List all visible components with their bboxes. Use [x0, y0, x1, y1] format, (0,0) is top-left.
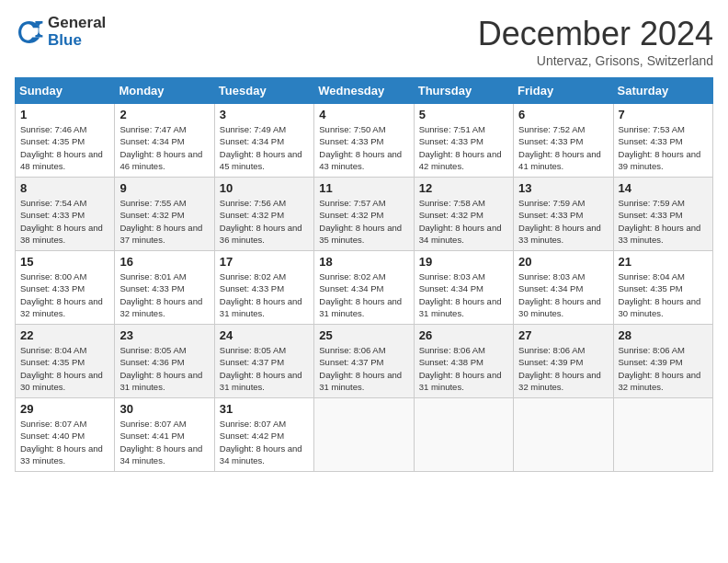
day-details: Sunrise: 8:02 AM Sunset: 4:33 PM Dayligh… [220, 270, 309, 319]
day-details: Sunrise: 8:06 AM Sunset: 4:39 PM Dayligh… [518, 344, 608, 393]
calendar-cell: 30 Sunrise: 8:07 AM Sunset: 4:41 PM Dayl… [115, 398, 214, 472]
day-number: 20 [518, 255, 608, 269]
day-details: Sunrise: 7:54 AM Sunset: 4:33 PM Dayligh… [20, 197, 109, 246]
calendar-cell: 5 Sunrise: 7:51 AM Sunset: 4:33 PM Dayli… [414, 104, 513, 178]
day-number: 18 [319, 255, 408, 269]
day-number: 22 [20, 328, 109, 342]
day-number: 2 [119, 108, 209, 121]
day-number: 4 [319, 108, 408, 121]
day-details: Sunrise: 8:06 AM Sunset: 4:37 PM Dayligh… [319, 344, 408, 393]
calendar-cell: 11 Sunrise: 7:57 AM Sunset: 4:32 PM Dayl… [314, 178, 414, 251]
calendar-cell: 12 Sunrise: 7:58 AM Sunset: 4:32 PM Dayl… [414, 178, 513, 251]
calendar-cell: 21 Sunrise: 8:04 AM Sunset: 4:35 PM Dayl… [613, 251, 712, 325]
day-header-wednesday: Wednesday [314, 78, 414, 104]
month-title: December 2024 [478, 15, 713, 53]
day-number: 3 [220, 108, 309, 121]
logo-icon [15, 17, 44, 47]
calendar-cell: 7 Sunrise: 7:53 AM Sunset: 4:33 PM Dayli… [613, 104, 712, 178]
calendar-cell [414, 398, 513, 472]
calendar-row-2: 15 Sunrise: 8:00 AM Sunset: 4:33 PM Dayl… [16, 251, 713, 325]
day-details: Sunrise: 8:02 AM Sunset: 4:34 PM Dayligh… [319, 270, 408, 319]
calendar-row-0: 1 Sunrise: 7:46 AM Sunset: 4:35 PM Dayli… [16, 104, 713, 178]
day-header-monday: Monday [115, 78, 214, 104]
day-details: Sunrise: 8:04 AM Sunset: 4:35 PM Dayligh… [619, 270, 708, 319]
day-details: Sunrise: 7:52 AM Sunset: 4:33 PM Dayligh… [518, 123, 608, 172]
day-details: Sunrise: 8:04 AM Sunset: 4:35 PM Dayligh… [20, 344, 109, 393]
day-number: 10 [220, 181, 309, 195]
calendar-cell: 15 Sunrise: 8:00 AM Sunset: 4:33 PM Dayl… [16, 251, 115, 325]
day-header-sunday: Sunday [16, 78, 115, 104]
calendar-row-1: 8 Sunrise: 7:54 AM Sunset: 4:33 PM Dayli… [16, 178, 713, 251]
day-details: Sunrise: 8:03 AM Sunset: 4:34 PM Dayligh… [419, 270, 508, 319]
day-number: 21 [619, 255, 708, 269]
calendar-cell: 10 Sunrise: 7:56 AM Sunset: 4:32 PM Dayl… [214, 178, 313, 251]
calendar-cell: 27 Sunrise: 8:06 AM Sunset: 4:39 PM Dayl… [514, 325, 613, 398]
day-number: 31 [220, 402, 309, 416]
day-number: 23 [119, 328, 209, 342]
day-details: Sunrise: 8:07 AM Sunset: 4:40 PM Dayligh… [20, 418, 109, 466]
day-details: Sunrise: 8:06 AM Sunset: 4:39 PM Dayligh… [619, 344, 708, 393]
calendar-cell: 6 Sunrise: 7:52 AM Sunset: 4:33 PM Dayli… [514, 104, 613, 178]
day-details: Sunrise: 7:58 AM Sunset: 4:32 PM Dayligh… [419, 197, 508, 246]
calendar-cell: 1 Sunrise: 7:46 AM Sunset: 4:35 PM Dayli… [16, 104, 115, 178]
calendar-cell: 25 Sunrise: 8:06 AM Sunset: 4:37 PM Dayl… [314, 325, 414, 398]
day-details: Sunrise: 8:06 AM Sunset: 4:38 PM Dayligh… [419, 344, 508, 393]
day-header-tuesday: Tuesday [214, 78, 313, 104]
day-details: Sunrise: 7:59 AM Sunset: 4:33 PM Dayligh… [518, 197, 608, 246]
calendar-cell: 13 Sunrise: 7:59 AM Sunset: 4:33 PM Dayl… [514, 178, 613, 251]
day-number: 26 [419, 328, 508, 342]
day-details: Sunrise: 7:55 AM Sunset: 4:32 PM Dayligh… [119, 197, 209, 246]
calendar-cell: 2 Sunrise: 7:47 AM Sunset: 4:34 PM Dayli… [115, 104, 214, 178]
day-number: 12 [419, 181, 508, 195]
day-details: Sunrise: 8:05 AM Sunset: 4:37 PM Dayligh… [220, 344, 309, 393]
day-number: 16 [119, 255, 209, 269]
calendar-cell: 29 Sunrise: 8:07 AM Sunset: 4:40 PM Dayl… [16, 398, 115, 472]
calendar-cell: 9 Sunrise: 7:55 AM Sunset: 4:32 PM Dayli… [115, 178, 214, 251]
day-details: Sunrise: 8:03 AM Sunset: 4:34 PM Dayligh… [518, 270, 608, 319]
day-header-thursday: Thursday [414, 78, 513, 104]
logo: General Blue [15, 15, 106, 49]
day-number: 19 [419, 255, 508, 269]
calendar-cell: 3 Sunrise: 7:49 AM Sunset: 4:34 PM Dayli… [214, 104, 313, 178]
day-details: Sunrise: 8:00 AM Sunset: 4:33 PM Dayligh… [20, 270, 109, 319]
day-number: 17 [220, 255, 309, 269]
calendar-cell: 8 Sunrise: 7:54 AM Sunset: 4:33 PM Dayli… [16, 178, 115, 251]
day-details: Sunrise: 8:07 AM Sunset: 4:41 PM Dayligh… [119, 418, 209, 466]
day-header-friday: Friday [514, 78, 613, 104]
calendar-row-3: 22 Sunrise: 8:04 AM Sunset: 4:35 PM Dayl… [16, 325, 713, 398]
day-details: Sunrise: 8:01 AM Sunset: 4:33 PM Dayligh… [119, 270, 209, 319]
calendar-table: SundayMondayTuesdayWednesdayThursdayFrid… [15, 77, 713, 472]
header: General Blue December 2024 Untervaz, Gri… [15, 15, 713, 68]
day-number: 8 [20, 181, 109, 195]
day-details: Sunrise: 7:57 AM Sunset: 4:32 PM Dayligh… [319, 197, 408, 246]
calendar-cell: 20 Sunrise: 8:03 AM Sunset: 4:34 PM Dayl… [514, 251, 613, 325]
day-number: 25 [319, 328, 408, 342]
calendar-cell: 16 Sunrise: 8:01 AM Sunset: 4:33 PM Dayl… [115, 251, 214, 325]
day-details: Sunrise: 7:59 AM Sunset: 4:33 PM Dayligh… [619, 197, 708, 246]
calendar-row-4: 29 Sunrise: 8:07 AM Sunset: 4:40 PM Dayl… [16, 398, 713, 472]
calendar-cell: 17 Sunrise: 8:02 AM Sunset: 4:33 PM Dayl… [214, 251, 313, 325]
calendar-cell [514, 398, 613, 472]
day-number: 14 [619, 181, 708, 195]
calendar-cell: 23 Sunrise: 8:05 AM Sunset: 4:36 PM Dayl… [115, 325, 214, 398]
logo-text: General Blue [48, 15, 106, 49]
day-number: 15 [20, 255, 109, 269]
calendar-cell: 19 Sunrise: 8:03 AM Sunset: 4:34 PM Dayl… [414, 251, 513, 325]
calendar-cell [613, 398, 712, 472]
calendar-cell: 31 Sunrise: 8:07 AM Sunset: 4:42 PM Dayl… [214, 398, 313, 472]
day-details: Sunrise: 7:53 AM Sunset: 4:33 PM Dayligh… [619, 123, 708, 172]
day-details: Sunrise: 7:49 AM Sunset: 4:34 PM Dayligh… [220, 123, 309, 172]
day-number: 11 [319, 181, 408, 195]
day-details: Sunrise: 7:51 AM Sunset: 4:33 PM Dayligh… [419, 123, 508, 172]
day-number: 5 [419, 108, 508, 121]
day-number: 13 [518, 181, 608, 195]
day-details: Sunrise: 8:05 AM Sunset: 4:36 PM Dayligh… [119, 344, 209, 393]
day-number: 7 [619, 108, 708, 121]
day-number: 30 [119, 402, 209, 416]
day-details: Sunrise: 7:46 AM Sunset: 4:35 PM Dayligh… [20, 123, 109, 172]
calendar-cell: 22 Sunrise: 8:04 AM Sunset: 4:35 PM Dayl… [16, 325, 115, 398]
day-details: Sunrise: 7:50 AM Sunset: 4:33 PM Dayligh… [319, 123, 408, 172]
day-number: 1 [20, 108, 109, 121]
day-number: 9 [119, 181, 209, 195]
calendar-cell: 24 Sunrise: 8:05 AM Sunset: 4:37 PM Dayl… [214, 325, 313, 398]
